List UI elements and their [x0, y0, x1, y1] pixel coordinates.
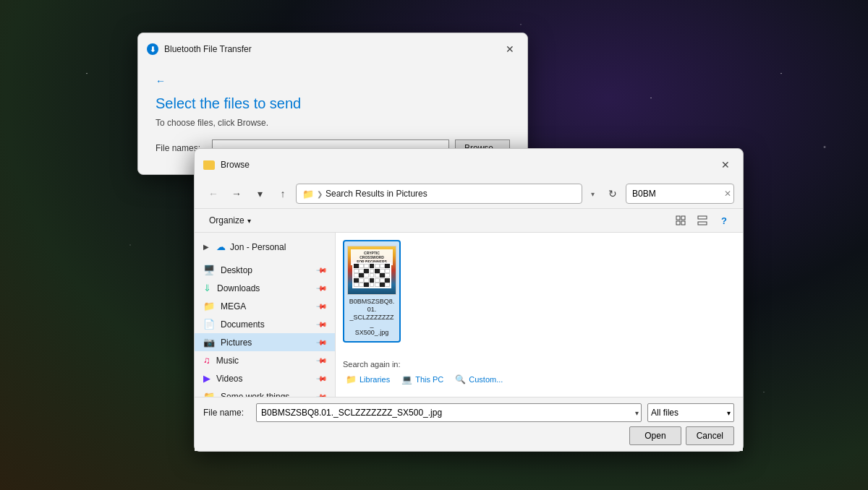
- sidebar-item-pictures[interactable]: 📷 Pictures 📌: [195, 333, 335, 351]
- view-details-button[interactable]: [692, 212, 712, 229]
- sidebar-cloud-label: Jon - Personal: [230, 242, 286, 252]
- filename-dropdown-icon[interactable]: ▾: [635, 409, 639, 417]
- pin-icon-pictures: 📌: [316, 336, 328, 348]
- search-again-thispc[interactable]: 💻 This PC: [399, 373, 446, 386]
- file-thumb-inner-0: CRYPTIC CROSSWORDFOR BEGINNERS: [348, 246, 396, 294]
- filename-row: File name: ▾ All files ▾: [203, 403, 734, 422]
- address-path: Search Results in Pictures: [326, 189, 427, 199]
- action-buttons-row: Open Cancel: [203, 426, 734, 445]
- browse-toolbar: Organize ▾ ?: [195, 209, 743, 233]
- custom-label: Custom...: [469, 375, 503, 384]
- pictures-icon: 📷: [203, 337, 215, 348]
- svg-rect-3: [681, 221, 685, 225]
- sidebar-item-work-left: 📁 Some work things: [203, 391, 289, 397]
- sidebar-item-desktop[interactable]: 🖥️ Desktop 📌: [195, 261, 335, 279]
- sidebar-videos-label: Videos: [216, 374, 242, 384]
- pin-icon-downloads: 📌: [316, 282, 328, 293]
- sidebar-item-downloads[interactable]: ⇓ Downloads 📌: [195, 279, 335, 297]
- filename-input[interactable]: [256, 403, 642, 422]
- view-help-button[interactable]: ?: [714, 212, 734, 229]
- browse-close-button[interactable]: ✕: [717, 156, 734, 173]
- cloud-icon: ☁: [216, 241, 226, 252]
- address-chevron: ❯: [317, 190, 323, 198]
- bt-titlebar-left: ⬇ Bluetooth File Transfer: [147, 43, 252, 55]
- bt-window-title: Bluetooth File Transfer: [164, 44, 252, 54]
- custom-icon: 🔍: [455, 374, 466, 384]
- libraries-label: Libraries: [359, 375, 390, 384]
- nav-up-button[interactable]: ↑: [273, 184, 293, 204]
- file-item-0[interactable]: CRYPTIC CROSSWORDFOR BEGINNERS B0BMS: [343, 240, 401, 343]
- music-icon: ♫: [203, 355, 210, 366]
- bt-back-row: ←: [156, 75, 510, 87]
- view-small-icons-button[interactable]: [671, 212, 691, 229]
- bluetooth-icon: ⬇: [147, 43, 158, 55]
- sidebar-item-documents-left: 📄 Documents: [203, 319, 265, 330]
- sidebar-tree-cloud[interactable]: ▶ ☁ Jon - Personal: [195, 238, 335, 255]
- cancel-button[interactable]: Cancel: [686, 426, 734, 445]
- svg-rect-1: [681, 216, 685, 220]
- search-again-libraries[interactable]: 📁 Libraries: [343, 373, 393, 386]
- refresh-button[interactable]: ↻: [603, 184, 623, 204]
- sidebar-documents-label: Documents: [221, 319, 265, 330]
- videos-icon: ▶: [203, 373, 210, 384]
- tree-expand-icon: ▶: [203, 243, 212, 251]
- file-grid: CRYPTIC CROSSWORDFOR BEGINNERS B0BMS: [343, 240, 736, 343]
- nav-dropdown-button[interactable]: ▾: [250, 184, 270, 204]
- organize-button[interactable]: Organize ▾: [203, 213, 257, 228]
- search-input[interactable]: [626, 184, 734, 204]
- address-dropdown-button[interactable]: ▾: [585, 184, 600, 204]
- search-again-custom[interactable]: 🔍 Custom...: [452, 373, 506, 386]
- search-box-wrapper: ✕: [626, 184, 734, 204]
- nav-back-button[interactable]: ←: [203, 184, 224, 204]
- sidebar-desktop-label: Desktop: [221, 265, 252, 275]
- browse-main: ▶ ☁ Jon - Personal 🖥️ Desktop 📌 ⇓ Downlo…: [195, 233, 743, 397]
- pin-icon-documents: 📌: [316, 318, 328, 330]
- browse-title-text: Browse: [221, 160, 250, 170]
- organize-label: Organize: [209, 215, 244, 225]
- sidebar-pictures-label: Pictures: [221, 338, 252, 348]
- filetype-label: All files: [651, 408, 678, 418]
- search-clear-button[interactable]: ✕: [724, 189, 731, 199]
- sidebar-mega-label: MEGA: [221, 301, 246, 311]
- thispc-label: This PC: [415, 375, 443, 384]
- browse-title-left: Browse: [203, 160, 250, 170]
- svg-rect-4: [698, 216, 707, 219]
- sidebar-item-videos[interactable]: ▶ Videos 📌: [195, 369, 335, 387]
- libraries-icon: 📁: [346, 374, 357, 384]
- sidebar-item-desktop-left: 🖥️ Desktop: [203, 265, 252, 275]
- organize-chevron-icon: ▾: [247, 217, 251, 225]
- bt-close-button[interactable]: ✕: [501, 40, 519, 58]
- nav-forward-button[interactable]: →: [226, 184, 247, 204]
- sidebar-item-mega[interactable]: 📁 MEGA 📌: [195, 297, 335, 315]
- search-again-buttons: 📁 Libraries 💻 This PC 🔍 Custom...: [343, 373, 736, 386]
- bt-back-button[interactable]: ←: [156, 75, 166, 87]
- bt-titlebar: ⬇ Bluetooth File Transfer ✕: [138, 33, 527, 64]
- sidebar-item-pictures-left: 📷 Pictures: [203, 337, 252, 348]
- sidebar-work-label: Some work things: [221, 392, 289, 397]
- mega-icon: 📁: [203, 301, 215, 311]
- filename-label: File name:: [203, 408, 250, 418]
- browse-navbar: ← → ▾ ↑ 📁 ❯ Search Results in Pictures ▾…: [195, 179, 743, 209]
- address-bar[interactable]: 📁 ❯ Search Results in Pictures: [296, 184, 582, 204]
- thispc-icon: 💻: [401, 374, 412, 384]
- address-folder-icon: 📁: [302, 189, 314, 199]
- svg-rect-0: [676, 216, 680, 220]
- browse-sidebar: ▶ ☁ Jon - Personal 🖥️ Desktop 📌 ⇓ Downlo…: [195, 233, 336, 397]
- browse-bottombar: File name: ▾ All files ▾ Open Cancel: [195, 397, 743, 451]
- browse-files-area: CRYPTIC CROSSWORDFOR BEGINNERS B0BMS: [336, 233, 743, 397]
- sidebar-item-work[interactable]: 📁 Some work things 📌: [195, 387, 335, 397]
- downloads-icon: ⇓: [203, 283, 211, 293]
- bt-heading: Select the files to send: [156, 95, 510, 112]
- open-button[interactable]: Open: [629, 426, 681, 445]
- filetype-select[interactable]: All files ▾: [647, 403, 734, 422]
- sidebar-item-mega-left: 📁 MEGA: [203, 301, 246, 311]
- sidebar-item-documents[interactable]: 📄 Documents 📌: [195, 315, 335, 333]
- pin-icon-mega: 📌: [316, 300, 328, 311]
- sidebar-item-downloads-left: ⇓ Downloads: [203, 283, 260, 293]
- sidebar-item-videos-left: ▶ Videos: [203, 373, 242, 384]
- sidebar-item-music[interactable]: ♫ Music 📌: [195, 351, 335, 369]
- desktop-icon: 🖥️: [203, 265, 215, 275]
- sidebar-item-music-left: ♫ Music: [203, 355, 239, 366]
- work-folder-icon: 📁: [203, 391, 215, 397]
- file-thumbnail-0: CRYPTIC CROSSWORDFOR BEGINNERS: [347, 246, 396, 295]
